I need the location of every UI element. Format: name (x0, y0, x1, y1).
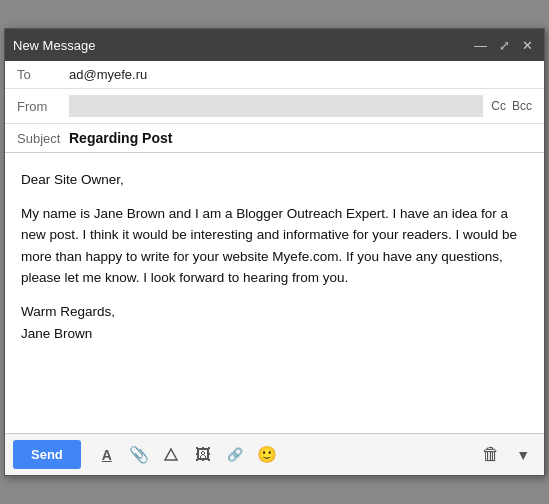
compose-window: New Message — ⤢ ✕ To ad@myefe.ru From Cc… (4, 28, 545, 476)
minimize-button[interactable]: — (471, 39, 490, 52)
closing: Warm Regards, Jane Brown (21, 301, 528, 344)
link-icon[interactable]: 🔗 (221, 441, 249, 469)
subject-label: Subject (17, 131, 69, 146)
window-controls: — ⤢ ✕ (471, 39, 536, 52)
from-label: From (17, 99, 69, 114)
subject-value[interactable]: Regarding Post (69, 130, 532, 146)
formatting-icon[interactable]: A (93, 441, 121, 469)
body-content: Dear Site Owner, My name is Jane Brown a… (21, 169, 528, 344)
body-paragraph: My name is Jane Brown and I am a Blogger… (21, 203, 528, 289)
maximize-button[interactable]: ⤢ (496, 39, 513, 52)
more-options-icon[interactable]: ▼ (510, 443, 536, 467)
svg-marker-0 (165, 449, 177, 460)
to-value[interactable]: ad@myefe.ru (69, 67, 532, 82)
from-input[interactable] (69, 95, 483, 117)
send-button[interactable]: Send (13, 440, 81, 469)
greeting: Dear Site Owner, (21, 169, 528, 191)
cc-link[interactable]: Cc (491, 99, 506, 113)
font-format-icon: A (102, 447, 112, 463)
attach-icon[interactable]: 📎 (125, 441, 153, 469)
to-row: To ad@myefe.ru (5, 61, 544, 89)
toolbar-right-actions: 🗑 ▼ (476, 440, 536, 469)
header-fields: To ad@myefe.ru From Cc Bcc Subject Regar… (5, 61, 544, 153)
email-body[interactable]: Dear Site Owner, My name is Jane Brown a… (5, 153, 544, 433)
photo-icon[interactable]: 🖼 (189, 441, 217, 469)
to-label: To (17, 67, 69, 82)
subject-row: Subject Regarding Post (5, 124, 544, 152)
bcc-link[interactable]: Bcc (512, 99, 532, 113)
close-button[interactable]: ✕ (519, 39, 536, 52)
cc-bcc-links: Cc Bcc (491, 99, 532, 113)
delete-icon[interactable]: 🗑 (476, 440, 506, 469)
window-title: New Message (13, 38, 95, 53)
from-row: From Cc Bcc (5, 89, 544, 124)
compose-toolbar: Send A 📎 🖼 🔗 🙂 🗑 ▼ (5, 433, 544, 475)
title-bar: New Message — ⤢ ✕ (5, 29, 544, 61)
emoji-icon[interactable]: 🙂 (253, 441, 281, 469)
drive-icon[interactable] (157, 441, 185, 469)
